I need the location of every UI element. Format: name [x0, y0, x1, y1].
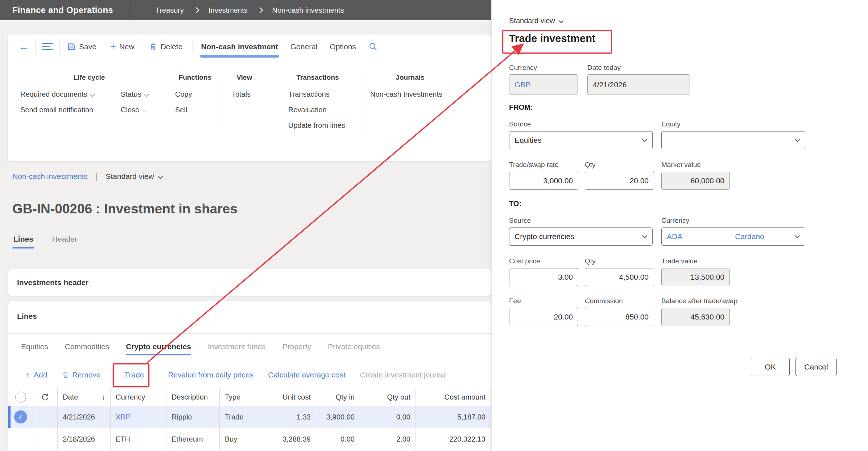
equity-dropdown[interactable] — [661, 131, 805, 149]
add-button[interactable]: + Add — [25, 371, 47, 379]
from-qty-label: Qty — [585, 161, 596, 169]
tab-property[interactable]: Property — [282, 342, 311, 355]
delete-button[interactable]: Delete — [149, 42, 183, 51]
noncash-investments-link[interactable]: Non-cash investments — [12, 172, 88, 181]
noncash-investments-journal-button[interactable]: Non-cash Investments — [370, 90, 442, 99]
commission-label: Commission — [585, 297, 623, 305]
tab-noncash-investment[interactable]: Non-cash investment — [199, 34, 279, 59]
breadcrumb-treasury[interactable]: Treasury — [156, 6, 184, 14]
commission-input[interactable] — [585, 308, 654, 326]
app-title[interactable]: Finance and Operations — [12, 5, 113, 15]
page-tabs: Lines Header — [13, 235, 77, 249]
remove-button[interactable]: Remove — [62, 371, 100, 379]
tab-crypto-currencies[interactable]: Crypto currencies — [126, 342, 191, 355]
breadcrumb-noncash-investments[interactable]: Non-cash investments — [272, 6, 344, 14]
ribbon-divider — [360, 73, 360, 134]
to-source-label: Source — [509, 217, 531, 225]
equity-label: Equity — [661, 120, 681, 128]
cell-unit-cost: 1.33 — [263, 406, 316, 428]
cell-qty-in: 3,900.00 — [316, 406, 360, 428]
cell-currency-link[interactable]: XRP — [111, 406, 166, 428]
row-checkbox-checked[interactable]: ✓ — [8, 406, 33, 428]
investments-header-section[interactable]: Investments header — [8, 269, 491, 296]
column-header-unit-cost[interactable]: Unit cost — [263, 388, 316, 406]
tab-private-equities[interactable]: Private equities — [328, 342, 380, 355]
column-header-qty-out[interactable]: Qty out — [360, 388, 416, 406]
asset-class-tabs: Equities Commodities Crypto currencies I… — [21, 342, 380, 355]
revalue-from-daily-prices-button[interactable]: Revalue from daily prices — [168, 371, 253, 379]
create-investment-journal-button: Create investment journal — [360, 371, 447, 379]
revaluation-button[interactable]: Revaluation — [288, 106, 327, 114]
cancel-button[interactable]: Cancel — [795, 358, 837, 376]
cell-unit-cost: 3,288.39 — [263, 428, 316, 450]
topbar-divider — [130, 3, 130, 17]
ribbon-group-transactions-title: Transactions — [278, 74, 357, 82]
trade-value-field — [661, 268, 730, 286]
calculate-average-cost-button[interactable]: Calculate average cost — [268, 371, 346, 379]
row-refresh-cell — [33, 406, 58, 428]
cell-qty-in: 0.00 — [316, 428, 360, 450]
transactions-button[interactable]: Transactions — [288, 90, 330, 99]
view-selector[interactable]: Standard view — [106, 172, 154, 181]
close-button[interactable]: Close — [121, 106, 146, 114]
chevron-right-icon — [257, 7, 263, 13]
from-qty-input[interactable] — [585, 172, 654, 190]
from-source-dropdown[interactable]: Equities — [509, 131, 653, 149]
breadcrumb-investments[interactable]: Investments — [208, 6, 248, 14]
trade-swap-rate-input[interactable] — [509, 172, 578, 190]
column-header-type[interactable]: Type — [220, 388, 263, 406]
tab-header[interactable]: Header — [52, 235, 77, 249]
cell-currency: ETH — [111, 428, 166, 450]
search-icon[interactable] — [368, 42, 378, 51]
copy-button[interactable]: Copy — [175, 90, 192, 99]
to-qty-input[interactable] — [585, 268, 654, 286]
cost-price-input[interactable] — [509, 268, 578, 286]
tab-equities[interactable]: Equities — [21, 342, 48, 355]
section-title[interactable]: Lines — [17, 312, 37, 321]
ok-button[interactable]: OK — [751, 358, 790, 376]
tab-investment-funds[interactable]: Investment funds — [208, 342, 266, 355]
to-currency-label: Currency — [661, 217, 689, 225]
fee-input[interactable] — [509, 308, 578, 326]
to-source-dropdown[interactable]: Crypto currencies — [509, 227, 653, 246]
send-email-notification-button[interactable]: Send email notification — [20, 106, 93, 114]
back-icon[interactable]: ← — [18, 41, 29, 52]
required-documents-button[interactable]: Required documents — [20, 90, 94, 99]
column-header-qty-in[interactable]: Qty in — [316, 388, 360, 406]
tab-lines[interactable]: Lines — [13, 235, 33, 249]
column-header-cost-amount[interactable]: Cost amount — [416, 388, 491, 406]
table-row[interactable]: ✓ 4/21/2026 XRP Ripple Trade 1.33 3,900.… — [8, 406, 491, 428]
circle-checkbox-icon — [15, 392, 26, 402]
row-checkbox[interactable] — [8, 428, 33, 450]
row-refresh-cell — [33, 428, 58, 450]
column-header-description[interactable]: Description — [166, 388, 220, 406]
new-button[interactable]: + New — [110, 42, 135, 51]
tab-commodities[interactable]: Commodities — [65, 342, 109, 355]
ribbon-divider — [267, 73, 267, 134]
totals-button[interactable]: Totals — [232, 90, 251, 99]
column-header-date[interactable]: Date ↓ — [58, 388, 111, 406]
expand-menu-icon[interactable] — [42, 43, 53, 50]
tab-general[interactable]: General — [289, 34, 319, 59]
currency-name: Cardano — [735, 232, 764, 241]
annotation-box-trade-button — [113, 363, 149, 387]
chevron-down-icon — [90, 92, 95, 97]
tab-options[interactable]: Options — [328, 34, 357, 59]
status-button[interactable]: Status — [121, 90, 148, 99]
update-from-lines-button[interactable]: Update from lines — [288, 121, 345, 130]
cell-date: 4/21/2026 — [58, 406, 111, 428]
to-currency-dropdown[interactable]: ADA Cardano — [661, 227, 805, 246]
save-button[interactable]: Save — [67, 42, 96, 51]
plus-icon: + — [25, 371, 31, 379]
column-header-currency[interactable]: Currency — [111, 388, 166, 406]
dialog-view-selector[interactable]: Standard view — [509, 17, 563, 25]
grid-toolbar: + Add Remove Trade Revalue from daily pr… — [25, 371, 447, 379]
sell-button[interactable]: Sell — [175, 106, 187, 114]
currency-code: ADA — [667, 232, 682, 241]
select-all-checkbox[interactable] — [8, 388, 33, 406]
refresh-button[interactable] — [33, 388, 58, 406]
table-row[interactable]: 2/18/2026 ETH Ethereum Buy 3,288.39 0.00… — [8, 428, 491, 450]
cell-type: Trade — [220, 406, 263, 428]
market-value-field — [661, 172, 730, 190]
balance-after-trade-swap-label: Balance after trade/swap — [661, 297, 737, 305]
